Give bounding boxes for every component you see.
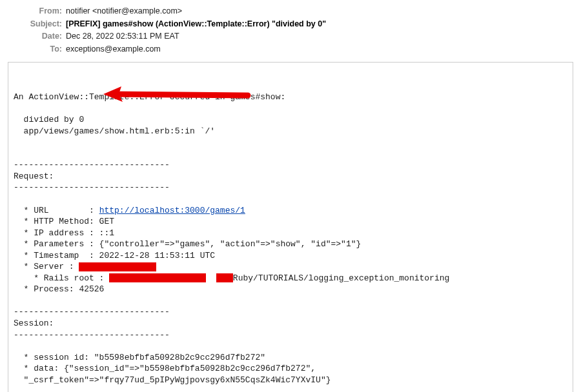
error-intro: An ActionView::Template::Error occurred … bbox=[14, 92, 285, 102]
request-title: Request: bbox=[14, 172, 54, 181]
from-label: From: bbox=[0, 6, 66, 17]
session-data: * data: {"session_id"=>"b5598ebfbfa50928… bbox=[14, 364, 316, 373]
header-row-from: From: notifier <notifier@example.com> bbox=[0, 5, 581, 18]
request-url-label: * URL : bbox=[14, 206, 99, 215]
separator: ------------------------------- bbox=[14, 160, 170, 170]
email-body: An ActionView::Template::Error occurred … bbox=[8, 62, 573, 392]
date-value: Dec 28, 2022 02:53:11 PM EAT bbox=[66, 31, 581, 43]
request-method: * HTTP Method: GET bbox=[14, 217, 114, 226]
request-timestamp: * Timestamp : 2022-12-28 11:53:11 UTC bbox=[14, 251, 215, 260]
request-params: * Parameters : {"controller"=>"games", "… bbox=[14, 239, 361, 249]
request-process: * Process: 42526 bbox=[14, 284, 104, 294]
separator: ------------------------------- bbox=[14, 330, 170, 340]
request-server: * Server : bbox=[14, 262, 156, 271]
header-row-subject: Subject: [PREFIX] games#show (ActionView… bbox=[0, 18, 581, 31]
subject-label: Subject: bbox=[0, 19, 66, 30]
subject-value: [PREFIX] games#show (ActionView::Templat… bbox=[66, 19, 581, 30]
request-root-after: Ruby/TUTORIALS/logging_exception_monitor… bbox=[233, 273, 449, 283]
separator: ------------------------------- bbox=[14, 307, 170, 317]
error-message: divided by 0 bbox=[14, 115, 84, 124]
to-label: To: bbox=[0, 44, 66, 55]
redaction-box bbox=[216, 273, 233, 282]
to-value: exceptions@example.com bbox=[66, 44, 581, 55]
from-value: notifier <notifier@example.com> bbox=[66, 6, 581, 17]
request-url-line: * URL : http://localhost:3000/games/1 bbox=[14, 206, 245, 215]
session-id: * session id: "b5598ebfbfa50928b2c9cc296… bbox=[14, 353, 265, 362]
request-server-label: * Server : bbox=[14, 262, 79, 271]
header-row-to: To: exceptions@example.com bbox=[0, 43, 581, 56]
request-rails-root: * Rails root : Ruby/TUTORIALS/logging_ex… bbox=[14, 273, 449, 283]
redaction-box bbox=[79, 262, 156, 271]
header-row-date: Date: Dec 28, 2022 02:53:11 PM EAT bbox=[0, 30, 581, 43]
email-header: From: notifier <notifier@example.com> Su… bbox=[0, 0, 581, 62]
session-csrf: "_csrf_token"=>"frqy77ud_5pIPyWgjpovsgy6… bbox=[14, 375, 331, 385]
request-url-link[interactable]: http://localhost:3000/games/1 bbox=[99, 206, 245, 215]
redaction-box bbox=[109, 273, 206, 282]
request-ip: * IP address : ::1 bbox=[14, 228, 114, 238]
request-root-label: * Rails root : bbox=[14, 273, 109, 283]
separator: ------------------------------- bbox=[14, 182, 170, 192]
error-location: app/views/games/show.html.erb:5:in `/' bbox=[14, 126, 215, 136]
session-title: Session: bbox=[14, 318, 54, 328]
date-label: Date: bbox=[0, 31, 66, 43]
